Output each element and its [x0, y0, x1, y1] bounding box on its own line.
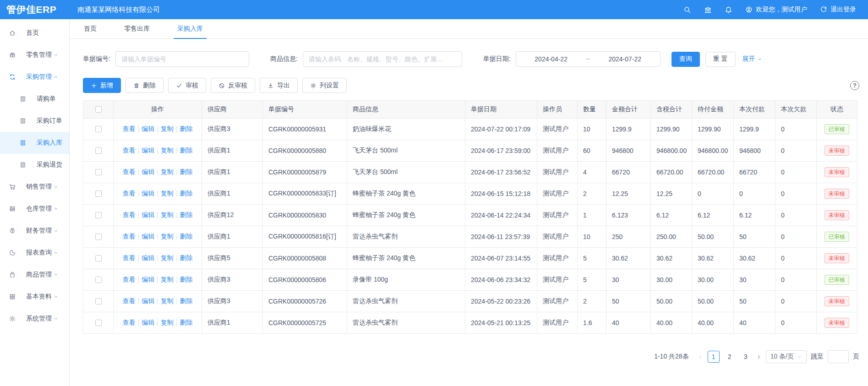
- action-edit-link[interactable]: 编辑: [142, 233, 154, 240]
- col-amount: 66720: [606, 162, 651, 183]
- logout-button[interactable]: 退出登录: [820, 5, 856, 14]
- action-edit-link[interactable]: 编辑: [142, 125, 154, 132]
- row-checkbox[interactable]: [95, 234, 102, 240]
- action-delete-link[interactable]: 删除: [180, 190, 192, 197]
- action-delete-link[interactable]: 删除: [180, 254, 192, 261]
- expand-link[interactable]: 展开: [742, 55, 763, 63]
- action-view-link[interactable]: 查看: [123, 147, 136, 154]
- page-button-1[interactable]: 1: [708, 351, 720, 363]
- search-button[interactable]: 查询: [671, 52, 700, 67]
- export-button[interactable]: 导出: [260, 78, 298, 93]
- sidebar-item-retail-mgmt[interactable]: 零售管理: [0, 44, 69, 66]
- page-button-3[interactable]: 3: [740, 351, 752, 363]
- action-view-link[interactable]: 查看: [123, 319, 136, 326]
- sidebar-item-purchase-inbound[interactable]: 采购入库: [0, 132, 69, 154]
- action-view-link[interactable]: 查看: [123, 276, 136, 283]
- bell-icon[interactable]: [725, 6, 732, 14]
- order-no-input[interactable]: [115, 51, 249, 67]
- row-checkbox[interactable]: [95, 298, 102, 304]
- action-delete-link[interactable]: 删除: [180, 125, 192, 132]
- row-checkbox[interactable]: [95, 169, 102, 175]
- action-edit-link[interactable]: 编辑: [142, 211, 154, 218]
- sidebar-item-purchase-request[interactable]: 请购单: [0, 88, 69, 110]
- jump-page-input[interactable]: [828, 350, 849, 363]
- action-edit-link[interactable]: 编辑: [142, 319, 154, 326]
- welcome-user[interactable]: 欢迎您，测试用户: [745, 5, 807, 14]
- action-copy-link[interactable]: 复制: [161, 147, 174, 154]
- action-delete-link[interactable]: 删除: [180, 319, 192, 326]
- action-view-link[interactable]: 查看: [123, 168, 136, 175]
- action-view-link[interactable]: 查看: [123, 190, 136, 197]
- sidebar-item-report-query[interactable]: 报表查询: [0, 242, 69, 264]
- row-checkbox[interactable]: [95, 255, 102, 261]
- action-copy-link[interactable]: 复制: [161, 190, 174, 197]
- action-delete-link[interactable]: 删除: [180, 168, 192, 175]
- tab-home[interactable]: 首页: [84, 19, 97, 38]
- sidebar-item-purchase-mgmt[interactable]: 采购管理: [0, 66, 69, 88]
- col-order_no: CGRK00000005830: [263, 205, 347, 226]
- date-from-value[interactable]: 2024-04-22: [535, 55, 568, 63]
- audit-button[interactable]: 审核: [168, 78, 206, 93]
- action-edit-link[interactable]: 编辑: [142, 168, 154, 175]
- chevron-down-icon: [757, 56, 763, 62]
- row-checkbox[interactable]: [95, 147, 102, 154]
- tab-retail-outbound[interactable]: 零售出库: [124, 19, 150, 38]
- action-delete-link[interactable]: 删除: [180, 233, 192, 240]
- add-button[interactable]: 新增: [83, 78, 121, 93]
- sidebar-item-warehouse-mgmt[interactable]: 仓库管理: [0, 198, 69, 220]
- action-edit-link[interactable]: 编辑: [142, 276, 154, 283]
- row-checkbox[interactable]: [95, 190, 102, 197]
- sidebar-item-goods-mgmt[interactable]: 商品管理: [0, 264, 69, 286]
- sidebar-item-system-mgmt[interactable]: 系统管理: [0, 308, 69, 330]
- date-range-input[interactable]: 2024-04-22 ~ 2024-07-22: [516, 51, 661, 67]
- action-copy-link[interactable]: 复制: [161, 297, 174, 304]
- action-delete-link[interactable]: 删除: [180, 211, 192, 218]
- select-all-checkbox[interactable]: [95, 106, 102, 113]
- delete-button[interactable]: 删除: [126, 78, 164, 93]
- product-info-input[interactable]: [303, 51, 462, 67]
- row-checkbox[interactable]: [95, 320, 102, 326]
- row-checkbox[interactable]: [95, 212, 102, 218]
- next-page-icon[interactable]: [756, 354, 762, 360]
- tab-purchase-inbound[interactable]: 采购入库: [177, 19, 203, 38]
- action-view-link[interactable]: 查看: [123, 125, 136, 132]
- sidebar-item-basic-data[interactable]: 基本资料: [0, 286, 69, 308]
- page-size-select[interactable]: 10 条/页: [766, 350, 807, 363]
- reset-button[interactable]: 重 置: [705, 52, 736, 67]
- date-to-value[interactable]: 2024-07-22: [608, 55, 641, 63]
- action-edit-link[interactable]: 编辑: [142, 190, 154, 197]
- action-edit-link[interactable]: 编辑: [142, 147, 154, 154]
- sidebar-item-purchase-order[interactable]: 采购订单: [0, 110, 69, 132]
- action-delete-link[interactable]: 删除: [180, 276, 192, 283]
- action-delete-link[interactable]: 删除: [180, 147, 192, 154]
- sidebar-item-finance-mgmt[interactable]: 财务管理: [0, 220, 69, 242]
- action-copy-link[interactable]: 复制: [161, 211, 174, 218]
- action-copy-link[interactable]: 复制: [161, 168, 174, 175]
- row-checkbox[interactable]: [95, 126, 102, 132]
- sidebar-item-purchase-return[interactable]: 采购退货: [0, 154, 69, 176]
- sidebar-item-home[interactable]: 首页: [0, 22, 69, 44]
- action-copy-link[interactable]: 复制: [161, 233, 174, 240]
- row-checkbox[interactable]: [95, 277, 102, 283]
- unaudit-button[interactable]: 反审核: [211, 78, 255, 93]
- page-button-2[interactable]: 2: [724, 351, 736, 363]
- column-settings-button[interactable]: 列设置: [302, 78, 347, 93]
- action-view-link[interactable]: 查看: [123, 211, 136, 218]
- action-view-link[interactable]: 查看: [123, 254, 136, 261]
- action-copy-link[interactable]: 复制: [161, 276, 174, 283]
- help-icon[interactable]: ?: [850, 81, 859, 90]
- action-view-link[interactable]: 查看: [123, 233, 136, 240]
- action-edit-link[interactable]: 编辑: [142, 254, 154, 261]
- col-order_no: CGRK00000005816[订]: [263, 226, 347, 248]
- bank-icon[interactable]: [704, 6, 712, 14]
- sidebar-item-sales-mgmt[interactable]: 销售管理: [0, 176, 69, 198]
- action-delete-link[interactable]: 删除: [180, 297, 192, 304]
- action-view-link[interactable]: 查看: [123, 297, 136, 304]
- search-icon[interactable]: [683, 6, 691, 14]
- action-copy-link[interactable]: 复制: [161, 319, 174, 326]
- prev-page-icon[interactable]: [698, 354, 704, 360]
- action-separator: |: [138, 276, 140, 283]
- action-copy-link[interactable]: 复制: [161, 125, 174, 132]
- action-edit-link[interactable]: 编辑: [142, 297, 154, 304]
- action-copy-link[interactable]: 复制: [161, 254, 174, 261]
